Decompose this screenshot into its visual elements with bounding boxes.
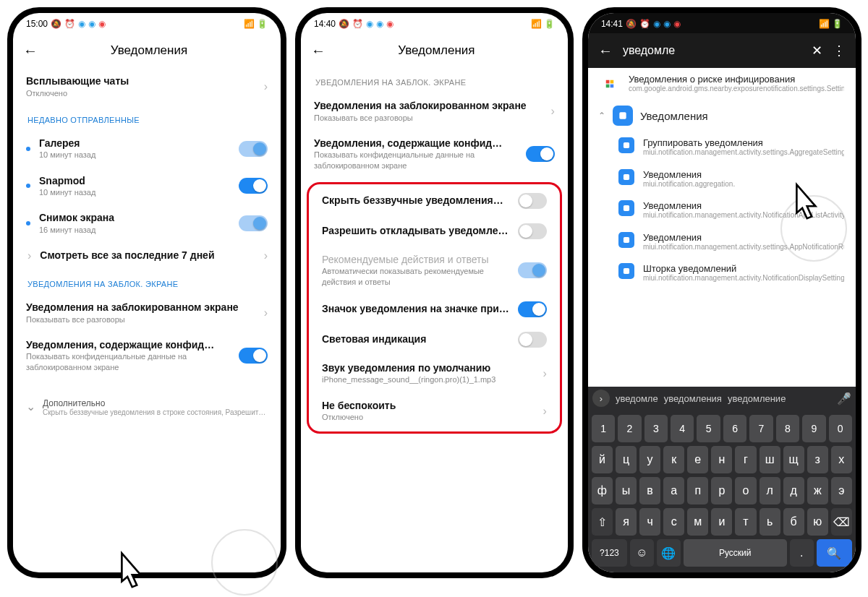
key[interactable]: м [687,508,708,536]
result-item[interactable]: Шторка уведомлений miui.notification.man… [588,257,856,289]
key[interactable]: у [639,446,660,473]
row-sensitive-notif[interactable]: Уведомления, содержащие конфид… Показыва… [13,332,281,379]
suggestion[interactable]: уведомление [728,393,786,404]
toggle[interactable] [518,193,547,209]
key[interactable]: ю [807,508,828,536]
key[interactable]: г [735,446,756,473]
back-button[interactable]: ← [311,43,326,59]
watermark [211,529,278,596]
key[interactable]: р [711,477,732,504]
key[interactable]: о [735,477,756,504]
key[interactable]: ж [807,477,828,504]
key[interactable]: з [807,446,828,473]
section-recent: НЕДАВНО ОТПРАВЛЕННЫЕ [13,106,281,130]
key[interactable]: к [663,446,684,473]
key[interactable]: н [711,446,732,473]
row-advanced[interactable]: ⌄ Дополнительно Скрыть беззвучные уведом… [13,392,281,424]
key[interactable]: х [831,446,852,473]
result-exposure[interactable]: Уведомления о риске инфицирования com.go… [588,68,856,100]
result-parent[interactable]: ⌃ Уведомления [588,100,856,132]
toggle[interactable] [239,348,268,364]
toggle[interactable] [526,146,555,162]
app-icon [26,221,30,226]
key[interactable]: ы [616,477,637,504]
key[interactable]: ь [760,508,780,536]
key[interactable]: а [663,477,684,504]
back-button[interactable]: ← [23,43,38,59]
key[interactable]: 1 [592,415,615,442]
clear-icon[interactable]: ✕ [812,43,822,59]
toggle[interactable] [239,178,268,194]
toggle[interactable] [518,332,547,348]
symbols-key[interactable]: ?123 [592,539,627,567]
recent-app-row[interactable]: Snapmod 10 минут назад [13,168,281,205]
key[interactable]: б [783,508,804,536]
toggle[interactable] [518,223,547,239]
key[interactable]: ш [760,446,780,473]
row-lockscreen-notif[interactable]: Уведомления на заблокированном экране По… [301,93,568,130]
key[interactable]: в [639,477,660,504]
key[interactable]: щ [783,446,804,473]
toggle[interactable] [518,301,547,317]
key[interactable]: 3 [644,415,668,442]
globe-key[interactable]: 🌐 [657,539,681,567]
key[interactable]: 5 [697,415,720,442]
key[interactable]: й [592,446,613,473]
back-button[interactable]: ← [598,43,613,59]
recent-app-row[interactable]: Снимок экрана 16 минут назад [13,205,281,242]
row-sensitive-notif[interactable]: Уведомления, содержащие конфид… Показыва… [301,130,568,178]
key[interactable]: 8 [776,415,799,442]
key[interactable]: д [783,477,804,504]
key[interactable]: е [687,446,708,473]
see-all-row[interactable]: › Смотреть все за последние 7 дней › [13,242,281,270]
key[interactable]: 2 [618,415,641,442]
key[interactable]: 6 [723,415,746,442]
recent-app-row[interactable]: Галерея 10 минут назад [13,130,281,168]
toggle[interactable] [239,141,268,157]
row-default-sound[interactable]: Звук уведомления по умолчанию iPhone_mes… [309,355,560,392]
row-lockscreen-notif[interactable]: Уведомления на заблокированном экране По… [13,294,281,332]
row-snooze[interactable]: Разрешить откладывать уведомле… [309,216,560,246]
row-notif-badge[interactable]: Значок уведомления на значке при… [309,294,560,325]
key[interactable]: э [831,477,852,504]
key[interactable]: ф [592,477,613,504]
key[interactable]: 7 [749,415,773,442]
row-hide-silent[interactable]: Скрыть беззвучные уведомления… [309,186,560,216]
shift-key[interactable]: ⇧ [592,508,613,536]
period-key[interactable]: . [790,539,814,567]
key[interactable]: ц [616,446,637,473]
key[interactable]: 9 [802,415,825,442]
notifications-icon [618,169,634,185]
key[interactable]: л [760,477,780,504]
suggestion[interactable]: уведомле [616,393,658,404]
key[interactable]: т [735,508,756,536]
row-popup-chats[interactable]: Всплывающие чаты Отключено › [13,68,281,106]
app-icon [26,147,30,151]
row-dnd[interactable]: Не беспокоить Отключено › [309,392,560,430]
key[interactable]: 4 [671,415,694,442]
key[interactable]: я [616,508,637,536]
search-key[interactable]: 🔍 [817,539,852,567]
key[interactable]: п [687,477,708,504]
emoji-key[interactable]: ☺ [630,539,654,567]
result-item[interactable]: Уведомления miui.notification.aggregatio… [588,163,856,195]
backspace-key[interactable]: ⌫ [831,508,852,536]
toggle[interactable] [239,215,268,231]
key[interactable]: с [663,508,684,536]
suggestion[interactable]: уведомления [664,393,722,404]
battery-icon: 🔋 [832,19,843,29]
row-light-indication[interactable]: Световая индикация [309,325,560,355]
space-key[interactable]: Русский [684,539,787,567]
key[interactable]: ч [639,508,660,536]
result-item[interactable]: Группировать уведомления miui.notificati… [588,132,856,163]
search-input[interactable]: уведомле [623,44,801,57]
more-icon[interactable]: ⋮ [833,43,846,59]
app-badge-icon: ◉ [88,19,95,29]
expand-suggestions[interactable]: › [592,390,610,407]
mic-icon[interactable]: 🎤 [837,392,851,405]
see-all-label: Смотреть все за последние 7 дней [40,249,255,262]
key[interactable]: и [711,508,732,536]
chevron-right-icon: › [264,306,268,319]
row-sub: Отключено [26,88,255,98]
key[interactable]: 0 [829,415,852,442]
